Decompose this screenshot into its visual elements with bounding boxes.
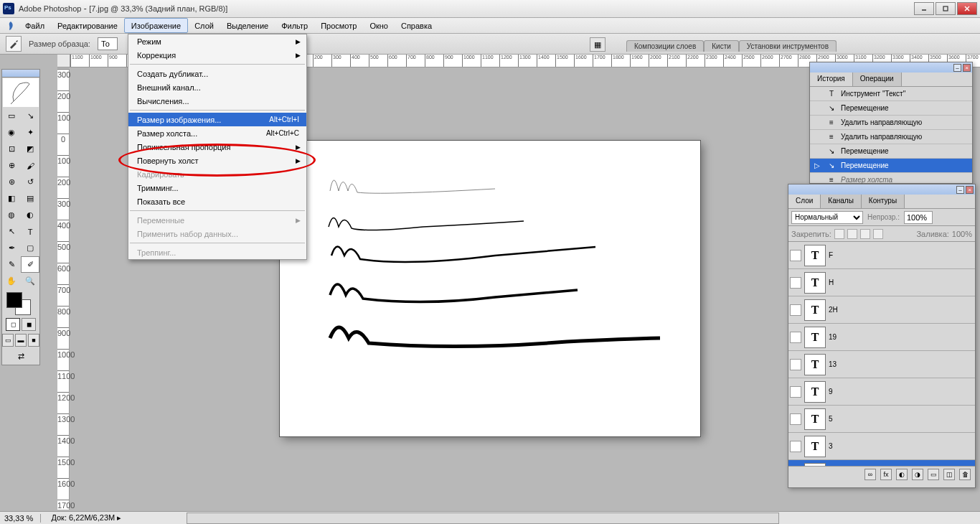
- fill-field[interactable]: 100%: [952, 230, 972, 238]
- layer-thumbnail[interactable]: T: [804, 327, 826, 348]
- layer-row[interactable]: T9: [788, 378, 975, 406]
- link-layers-icon[interactable]: ∞: [864, 469, 876, 480]
- standard-mode-icon[interactable]: ◻: [6, 318, 20, 331]
- panel-minimize-icon[interactable]: –: [953, 64, 961, 72]
- layer-thumbnail[interactable]: T: [804, 381, 826, 403]
- menu-item[interactable]: Повернуть холст▶: [128, 154, 306, 167]
- layer-row[interactable]: T2H: [788, 296, 975, 324]
- tool-shape[interactable]: ▢: [21, 240, 39, 256]
- history-panel-head[interactable]: – ×: [810, 62, 972, 72]
- palette-well-icon[interactable]: ▦: [590, 37, 606, 52]
- menu-файл[interactable]: Файл: [19, 18, 51, 33]
- visibility-toggle-icon[interactable]: [790, 277, 801, 289]
- history-row[interactable]: ↘Перемещение: [810, 101, 972, 116]
- horizontal-scrollbar[interactable]: [187, 513, 779, 524]
- delete-layer-icon[interactable]: 🗑: [959, 469, 971, 480]
- layer-name[interactable]: H: [829, 279, 974, 286]
- tool-history-brush[interactable]: ↺: [21, 174, 39, 190]
- layer-row[interactable]: 👁Задний план🔒: [788, 460, 975, 466]
- layer-thumbnail[interactable]: T: [804, 354, 826, 375]
- history-row[interactable]: TИнструмент "Текст": [810, 87, 972, 101]
- menu-справка[interactable]: Справка: [395, 18, 438, 33]
- lock-transparency-icon[interactable]: [834, 229, 844, 239]
- layer-row[interactable]: T5: [788, 406, 975, 433]
- tab-channels[interactable]: Каналы: [821, 195, 862, 208]
- tool-notes[interactable]: ✎: [2, 256, 21, 273]
- menu-фильтр[interactable]: Фильтр: [275, 18, 314, 33]
- layer-thumbnail[interactable]: T: [804, 299, 826, 321]
- layer-name[interactable]: 19: [829, 333, 974, 341]
- tool-hand[interactable]: ✋: [2, 273, 21, 289]
- menu-изображение[interactable]: Изображение: [124, 18, 188, 33]
- tool-crop[interactable]: ⊡: [2, 141, 21, 157]
- maximize-button[interactable]: [936, 2, 956, 15]
- visibility-toggle-icon[interactable]: [790, 250, 801, 261]
- menu-item[interactable]: Попиксельная пропорция▶: [128, 140, 306, 154]
- tool-zoom[interactable]: 🔍: [21, 273, 39, 289]
- tool-gradient[interactable]: ▤: [21, 190, 39, 207]
- menu-редактирование[interactable]: Редактирование: [51, 18, 124, 33]
- menu-item[interactable]: Тримминг...: [128, 181, 306, 195]
- tool-path-select[interactable]: ↖: [2, 223, 21, 240]
- tool-dodge[interactable]: ◐: [21, 207, 39, 223]
- panel-minimize-icon[interactable]: –: [956, 186, 964, 194]
- layer-thumbnail[interactable]: T: [804, 245, 826, 266]
- zoom-level[interactable]: 33,33 %: [4, 514, 41, 523]
- screen-full-icon[interactable]: ■: [28, 334, 39, 347]
- tool-wand[interactable]: ✦: [21, 124, 39, 141]
- layer-row[interactable]: T13: [788, 351, 975, 378]
- tool-eraser[interactable]: ◧: [2, 190, 21, 207]
- layer-name[interactable]: 3: [829, 442, 974, 450]
- lock-pixels-icon[interactable]: [847, 229, 857, 239]
- layers-panel-head[interactable]: – ×: [788, 184, 975, 195]
- tool-slice[interactable]: ◩: [21, 141, 39, 157]
- tool-marquee[interactable]: ▭: [2, 108, 21, 124]
- layer-thumbnail[interactable]: [804, 463, 826, 467]
- adjustment-layer-icon[interactable]: ◑: [912, 469, 923, 480]
- visibility-toggle-icon[interactable]: [790, 332, 801, 343]
- tab-actions[interactable]: Операции: [853, 72, 902, 86]
- new-group-icon[interactable]: ▭: [928, 469, 939, 480]
- visibility-toggle-icon[interactable]: [790, 304, 801, 316]
- tab-tool-presets[interactable]: Установки инструментов: [739, 40, 837, 52]
- layer-row[interactable]: T3: [788, 433, 975, 460]
- close-button[interactable]: [957, 2, 977, 15]
- quickmask-mode-icon[interactable]: ◼: [22, 318, 36, 331]
- layer-name[interactable]: F: [829, 251, 974, 259]
- menu-item[interactable]: Вычисления...: [128, 94, 306, 108]
- history-row[interactable]: ≡Удалить направляющую: [810, 130, 972, 144]
- menu-выделение[interactable]: Выделение: [220, 18, 275, 33]
- layer-name[interactable]: 13: [829, 360, 974, 368]
- layer-name[interactable]: 5: [829, 415, 974, 423]
- tool-pen[interactable]: ✒: [2, 240, 21, 256]
- menu-окно[interactable]: Окно: [363, 18, 395, 33]
- screen-standard-icon[interactable]: ▭: [2, 334, 14, 347]
- layer-row[interactable]: TF: [788, 242, 975, 269]
- tool-brush[interactable]: 🖌: [21, 157, 39, 174]
- opacity-field[interactable]: 100%: [904, 211, 933, 224]
- visibility-toggle-icon[interactable]: [790, 441, 801, 452]
- visibility-toggle-icon[interactable]: [790, 386, 801, 398]
- menu-слой[interactable]: Слой: [188, 18, 220, 33]
- layer-thumbnail[interactable]: T: [804, 436, 826, 457]
- history-row[interactable]: ▷↘Перемещение: [810, 159, 972, 173]
- layer-style-icon[interactable]: fx: [880, 469, 892, 480]
- fg-color-swatch[interactable]: [6, 292, 22, 308]
- history-row[interactable]: ↘Перемещение: [810, 144, 972, 159]
- menu-item[interactable]: Показать все: [128, 195, 306, 208]
- layer-mask-icon[interactable]: ◐: [896, 469, 908, 480]
- tool-blur[interactable]: ◍: [2, 207, 21, 223]
- layer-row[interactable]: TH: [788, 269, 975, 296]
- jump-imageready-icon[interactable]: ⇄: [2, 348, 39, 365]
- menu-item[interactable]: Режим▶: [128, 34, 306, 48]
- tab-layers[interactable]: Слои: [788, 195, 821, 208]
- tool-stamp[interactable]: ⊛: [2, 174, 21, 190]
- menu-item[interactable]: Внешний канал...: [128, 80, 306, 94]
- document-canvas[interactable]: [280, 141, 700, 436]
- tab-brushes[interactable]: Кисти: [704, 40, 739, 52]
- layer-row[interactable]: T19: [788, 324, 975, 351]
- layer-name[interactable]: 2H: [829, 306, 974, 314]
- layer-thumbnail[interactable]: T: [804, 408, 826, 430]
- photoshop-logo-icon[interactable]: [3, 18, 19, 34]
- menu-просмотр[interactable]: Просмотр: [314, 18, 363, 33]
